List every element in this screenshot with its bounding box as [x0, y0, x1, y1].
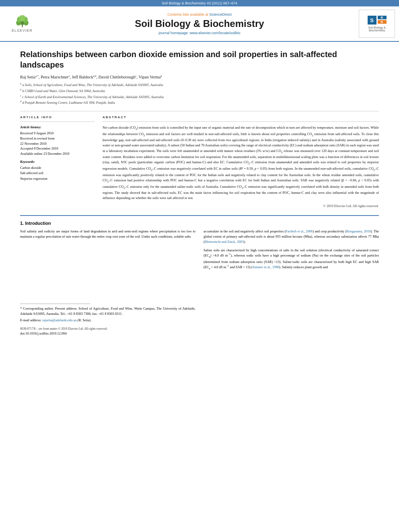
article-info-abstract-columns: ARTICLE INFO Article history: Received 9…: [20, 115, 379, 209]
footnote-corresponding-author: * Corresponding author. Present address:…: [20, 306, 195, 316]
article-info-divider: [20, 121, 95, 122]
journal-citation-bar: Soil Biology & Biochemistry 43 (2011) 66…: [0, 0, 399, 6]
accepted-date: Accepted 8 December 2010: [20, 146, 95, 151]
doi-line: doi:10.1016/j.soilbio.2010.12.004: [20, 331, 195, 336]
article-info-label: ARTICLE INFO: [20, 115, 95, 119]
affiliation-b: b b CSIRO Land and Water, Glen Osmond, S…: [20, 88, 379, 94]
keyword-2: Salt-affected soil: [20, 170, 95, 176]
copyright-notice: © 2010 Elsevier Ltd. All rights reserved…: [103, 203, 379, 209]
science-direct-link[interactable]: ScienceDirect: [210, 12, 232, 16]
affiliation-a: a a Soils, School of Agriculture, Food a…: [20, 82, 379, 88]
journal-header: ELSEVIER Contents lists available at Sci…: [0, 6, 399, 42]
abstract-divider: [103, 121, 379, 122]
affiliation-d: d d Punjab Remote Sensing Centre, Ludhia…: [20, 100, 379, 105]
article-title: Relationships between carbon dioxide emi…: [20, 49, 379, 70]
sumner-ref[interactable]: Sumner et al., 1998: [253, 265, 279, 269]
farifteh-ref[interactable]: Farifteh et al., 2006: [286, 229, 313, 233]
science-direct-label: Contents lists available at ScienceDirec…: [40, 12, 359, 16]
keyword-1: Carbon dioxide: [20, 165, 95, 171]
elsevier-logo: ELSEVIER: [4, 15, 40, 33]
author-vipan: Vipan Verma: [138, 75, 160, 79]
available-online: Available online 23 December 2010: [20, 151, 95, 156]
author-raj-setia: Raj Setia: [20, 75, 35, 79]
affiliations: a a Soils, School of Agriculture, Food a…: [20, 82, 379, 105]
intro-paragraph-right-2: Saline soils are characterized by high c…: [204, 248, 379, 271]
journal-title: Soil Biology & Biochemistry: [40, 18, 359, 29]
intro-paragraph-right-1: accumulate in the soil and negatively af…: [204, 229, 379, 245]
abstract-column: ABSTRACT Net carbon dioxide (CO2) emissi…: [103, 115, 379, 209]
article-history-label: Article history:: [20, 125, 95, 129]
rengasamy-ref[interactable]: Rengasamy, 2010: [346, 229, 371, 233]
journal-header-center: Contents lists available at ScienceDirec…: [40, 12, 359, 35]
keyword-3: Stepwise regression: [20, 176, 95, 182]
author-petra: Petra Marschner: [41, 75, 68, 79]
footnote-divider: [20, 304, 90, 304]
intro-divider: [20, 215, 379, 216]
main-content: Relationships between carbon dioxide emi…: [0, 42, 399, 345]
article-info-column: ARTICLE INFO Article history: Received 9…: [20, 115, 95, 209]
journal-homepage: journal homepage: www.elsevier.com/locat…: [40, 31, 359, 35]
author-jeff: Jeff Baldock: [72, 75, 93, 79]
elsevier-brand-text: ELSEVIER: [12, 29, 33, 33]
footnote-email: E-mail address: rajsetia@adelaide.edu.au…: [20, 318, 195, 323]
abstract-label: ABSTRACT: [103, 115, 379, 119]
received-date: Received 9 August 2010: [20, 131, 95, 136]
author-david: David Chittleborough: [99, 75, 136, 79]
journal-logo-subtitle: Soil Biology &Biochemistry: [368, 26, 385, 32]
abstract-paragraph-1: Net carbon dioxide (CO2) emission from s…: [103, 125, 379, 201]
keywords-label: Keywords:: [20, 160, 95, 164]
intro-left-column: Soil salinity and sodicity are major for…: [20, 229, 195, 338]
intro-paragraph-1: Soil salinity and sodicity are major for…: [20, 229, 195, 239]
introduction-columns: Soil salinity and sodicity are major for…: [20, 229, 379, 338]
metternicht-ref[interactable]: Metternicht and Zinck, 2003: [205, 240, 244, 244]
issn-line: 0038-0717/$ – see front matter © 2010 El…: [20, 327, 195, 331]
email-link[interactable]: rajsetia@adelaide.edu.au: [42, 318, 76, 322]
abstract-body: Net carbon dioxide (CO2) emission from s…: [103, 125, 379, 209]
journal-citation: Soil Biology & Biochemistry 43 (2011) 66…: [162, 1, 237, 5]
intro-right-column: accumulate in the soil and negatively af…: [204, 229, 379, 338]
footnotes-area: * Corresponding author. Present address:…: [20, 304, 195, 336]
affiliation-c: c c School of Earth and Environmental Sc…: [20, 94, 379, 100]
section-divider-1: [20, 111, 379, 111]
elsevier-tree-icon: [11, 15, 33, 27]
journal-logo-right: S B B Soil Biology &Biochemistry: [359, 10, 395, 38]
section-heading: 1. Introduction: [20, 221, 379, 226]
received-revised: Received in revised form22 November 2010: [20, 136, 95, 146]
authors-line: Raj Setiaa,*, Petra Marschnera, Jeff Bal…: [20, 75, 379, 79]
